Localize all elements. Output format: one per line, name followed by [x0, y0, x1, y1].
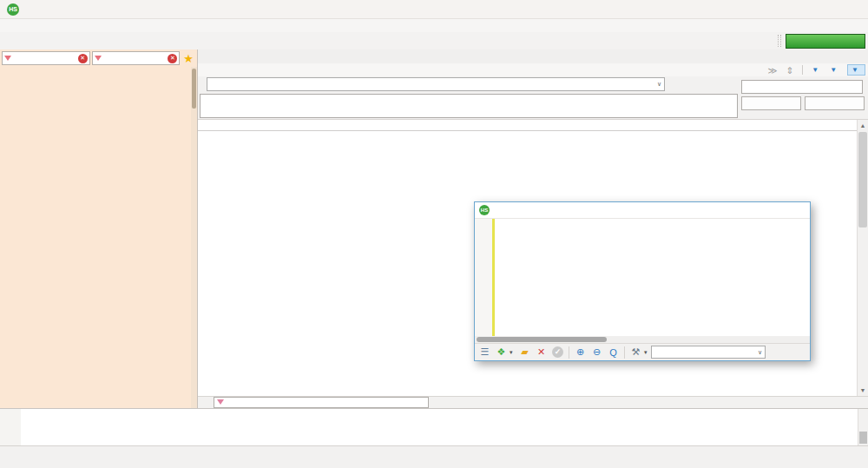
log-lines [21, 409, 858, 445]
linebreaks-icon[interactable]: ☰ [477, 345, 492, 359]
editor-code [495, 219, 810, 336]
next-rows-button[interactable]: ≫ [767, 65, 777, 76]
main-tab-bar [198, 49, 868, 63]
zoom-reset-icon[interactable]: Q [606, 345, 621, 359]
maximize-button[interactable] [809, 0, 838, 18]
title-bar: HS [0, 0, 868, 19]
app-icon: HS [479, 205, 490, 215]
filter-icon [217, 399, 224, 405]
grid-filter-input[interactable] [214, 397, 429, 408]
table-filter-input[interactable]: ✕ [92, 51, 181, 65]
text-editor-popup: HS ☰ ❖ ▾ ▰ ✕ ✓ ⊕ ⊖ Q ⚒ ▾ ∨ [474, 201, 811, 361]
clear-filter-icon[interactable]: ✕ [168, 54, 177, 63]
clear-filter-icon[interactable]: ✕ [78, 54, 88, 63]
grid-header [198, 120, 868, 131]
line-numbers [475, 219, 492, 336]
heidisql-window: { "window": { "title": "localhost\\test\… [0, 0, 868, 468]
main-toolbar [0, 32, 868, 49]
filter-panel: ∨ [198, 76, 868, 120]
clear-filter-button[interactable] [805, 96, 865, 110]
menu-bar [0, 19, 868, 32]
log-line-numbers [0, 409, 21, 445]
database-tree-panel: ✕ ✕ ★ [0, 49, 198, 408]
json-editor[interactable] [475, 219, 810, 336]
donate-button[interactable] [786, 34, 865, 49]
minimize-button[interactable] [779, 0, 809, 18]
format-combo[interactable]: ∨ [651, 346, 766, 359]
open-in-app-dropdown[interactable]: ▾ [510, 349, 516, 356]
status-bar [0, 445, 868, 468]
tree-scrollbar[interactable] [191, 67, 197, 408]
favorites-icon[interactable]: ★ [181, 52, 195, 65]
grid-filter-bar [198, 396, 868, 409]
editor-hscrollbar[interactable] [475, 336, 810, 343]
multi-filter-input[interactable] [741, 80, 863, 94]
show-all-rows-button[interactable]: ⇕ [786, 65, 793, 76]
app-icon: HS [7, 3, 19, 16]
filter-expression-editor[interactable] [200, 94, 738, 118]
filter-icon [4, 56, 11, 61]
zoom-in-icon[interactable]: ⊕ [573, 345, 588, 359]
sorting-button[interactable]: ▼ [812, 66, 821, 74]
apply-filter-button[interactable] [741, 96, 801, 110]
settings-dropdown[interactable]: ▾ [644, 349, 651, 356]
sql-log-panel [0, 408, 868, 445]
toolbar-grip [778, 35, 781, 47]
filter-button[interactable]: ▼ [848, 65, 865, 75]
zoom-out-icon[interactable]: ⊖ [589, 345, 604, 359]
log-scrollbar[interactable] [858, 409, 868, 445]
filter-icon [95, 56, 102, 61]
database-filter-input[interactable]: ✕ [2, 51, 90, 65]
columns-button[interactable]: ▼ [830, 66, 839, 74]
recent-filters-combo[interactable]: ∨ [207, 77, 665, 91]
settings-wrench-icon[interactable]: ⚒ [628, 345, 643, 359]
popup-toolbar: ☰ ❖ ▾ ▰ ✕ ✓ ⊕ ⊖ Q ⚒ ▾ ∨ [475, 343, 810, 360]
open-in-app-icon[interactable]: ❖ [494, 345, 509, 359]
grid-scrollbar[interactable]: ▲ ▼ [857, 120, 868, 396]
popup-title-bar[interactable]: HS [475, 202, 810, 219]
database-tree [0, 67, 197, 408]
clear-content-icon[interactable]: ✕ [534, 345, 549, 359]
apply-icon[interactable]: ✓ [550, 345, 565, 359]
close-button[interactable] [838, 0, 868, 18]
load-file-icon[interactable]: ▰ [517, 345, 532, 359]
